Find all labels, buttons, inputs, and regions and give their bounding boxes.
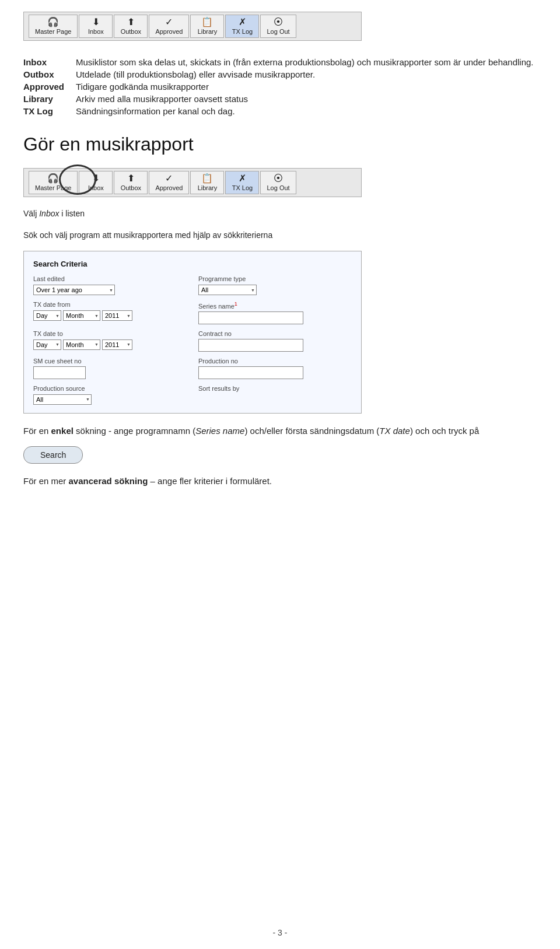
- headphones-icon: 🎧: [47, 17, 59, 27]
- nav-inbox[interactable]: ⬇ Inbox: [79, 15, 113, 38]
- nav2-outbox-arrow-icon: ⬆: [127, 174, 135, 183]
- control-production-no: [198, 366, 352, 379]
- select-wrapper-tx-from-year: 2011: [102, 310, 132, 321]
- nav-bar-2-wrapper: 🎧 Master Page ⬇ Inbox ⬆ Outbox ✓ Approve…: [23, 168, 362, 197]
- page-footer: - 3 -: [0, 928, 560, 937]
- nav2-approved[interactable]: ✓ Approved: [149, 171, 189, 194]
- para-simple-search: För en enkel sökning - ange programnamn …: [23, 424, 537, 438]
- desc-row-inbox: Inbox Musiklistor som ska delas ut, skic…: [23, 57, 537, 67]
- select-tx-from-year[interactable]: 2011: [102, 310, 132, 321]
- label-sm-cue-sheet-no: SM cue sheet no: [33, 358, 187, 365]
- input-sm-cue-sheet-no[interactable]: [33, 366, 86, 379]
- select-production-source[interactable]: All External Internal: [33, 394, 92, 405]
- form-grid: Last edited Over 1 year ago Last week La…: [33, 275, 352, 405]
- label-production-source: Production source: [33, 385, 187, 392]
- field-sm-cue-sheet-no: SM cue sheet no: [33, 358, 187, 379]
- desc-label-txlog: TX Log: [23, 106, 76, 116]
- label-contract-no: Contract no: [198, 330, 352, 337]
- nav2-logout[interactable]: ⦿ Log Out: [260, 171, 296, 194]
- nav-approved[interactable]: ✓ Approved: [149, 15, 189, 38]
- checkmark-icon: ✓: [165, 17, 173, 27]
- section-heading: Gör en musikrapport: [23, 134, 537, 155]
- field-series-name: Series name1: [198, 301, 352, 324]
- select-wrapper-tx-to-year: 2011: [102, 339, 132, 350]
- desc-text-library: Arkiv med alla musikrapporter oavsett st…: [76, 94, 537, 104]
- control-last-edited: Over 1 year ago Last week Last month Las…: [33, 284, 187, 295]
- desc-row-outbox: Outbox Utdelade (till produktionsbolag) …: [23, 69, 537, 79]
- nav2-headphones-icon: 🎧: [47, 174, 59, 183]
- instruction-text-1: Välj Inbox i listen: [23, 208, 537, 220]
- desc-label-outbox: Outbox: [23, 69, 76, 79]
- select-wrapper-production-source: All External Internal: [33, 394, 92, 405]
- field-contract-no: Contract no: [198, 330, 352, 352]
- field-production-no: Production no: [198, 358, 352, 379]
- field-production-source: Production source All External Internal: [33, 385, 187, 405]
- input-contract-no[interactable]: [198, 339, 303, 352]
- nav2-master-page[interactable]: 🎧 Master Page: [29, 171, 78, 194]
- txlog-icon: ✗: [239, 17, 246, 27]
- select-tx-to-year[interactable]: 2011: [102, 339, 132, 350]
- select-wrapper-tx-from-month: Month: [63, 310, 100, 321]
- field-tx-date-from: TX date from Day Month 2011: [33, 301, 187, 324]
- desc-label-inbox: Inbox: [23, 57, 76, 67]
- desc-row-library: Library Arkiv med alla musikrapporter oa…: [23, 94, 537, 104]
- control-series-name: [198, 311, 352, 324]
- form-title: Search Criteria: [33, 260, 352, 268]
- nav2-txlog-icon: ✗: [239, 174, 246, 183]
- desc-text-outbox: Utdelade (till produktionsbolag) eller a…: [76, 69, 537, 79]
- para-advanced-search: För en mer avancerad sökning – ange fler…: [23, 474, 537, 488]
- control-tx-date-from: Day Month 2011: [33, 310, 187, 321]
- select-programme-type[interactable]: All Radio TV: [198, 285, 257, 295]
- field-programme-type: Programme type All Radio TV: [198, 275, 352, 295]
- label-last-edited: Last edited: [33, 275, 187, 282]
- label-sort-results-by: Sort results by: [198, 385, 352, 392]
- select-wrapper-last-edited: Over 1 year ago Last week Last month Las…: [33, 284, 115, 295]
- search-form: Search Criteria Last edited Over 1 year …: [23, 251, 362, 414]
- select-wrapper-tx-from-day: Day: [33, 310, 61, 321]
- nav-txlog[interactable]: ✗ TX Log: [225, 15, 259, 38]
- select-wrapper-tx-to-month: Month: [63, 339, 100, 350]
- top-nav-bar: 🎧 Master Page ⬇ Inbox ⬆ Outbox ✓ Approve…: [23, 12, 362, 41]
- nav-bar-2: 🎧 Master Page ⬇ Inbox ⬆ Outbox ✓ Approve…: [23, 168, 362, 197]
- control-sm-cue-sheet-no: [33, 366, 187, 379]
- select-wrapper-programme-type: All Radio TV: [198, 284, 257, 295]
- select-tx-to-month[interactable]: Month: [63, 339, 100, 350]
- desc-text-inbox: Musiklistor som ska delas ut, skickats i…: [76, 57, 537, 67]
- nav-outbox[interactable]: ⬆ Outbox: [114, 15, 148, 38]
- desc-row-approved: Approved Tidigare godkända musikrapporte…: [23, 82, 537, 92]
- desc-label-library: Library: [23, 94, 76, 104]
- select-tx-from-day[interactable]: Day: [33, 310, 61, 321]
- nav2-inbox-arrow-icon: ⬇: [92, 174, 100, 183]
- field-last-edited: Last edited Over 1 year ago Last week La…: [33, 275, 187, 295]
- search-button[interactable]: Search: [23, 446, 83, 464]
- field-tx-date-to: TX date to Day Month 2011: [33, 330, 187, 352]
- nav2-checkmark-icon: ✓: [165, 174, 173, 183]
- control-programme-type: All Radio TV: [198, 284, 352, 295]
- inbox-arrow-icon: ⬇: [92, 17, 100, 27]
- nav-logout[interactable]: ⦿ Log Out: [260, 15, 296, 38]
- label-tx-date-to: TX date to: [33, 330, 187, 337]
- control-tx-date-to: Day Month 2011: [33, 339, 187, 350]
- desc-label-approved: Approved: [23, 82, 76, 92]
- nav2-logout-icon: ⦿: [274, 174, 283, 183]
- select-tx-to-day[interactable]: Day: [33, 339, 61, 350]
- select-tx-from-month[interactable]: Month: [63, 310, 100, 321]
- control-production-source: All External Internal: [33, 394, 187, 405]
- description-table: Inbox Musiklistor som ska delas ut, skic…: [23, 57, 537, 116]
- label-production-no: Production no: [198, 358, 352, 365]
- nav2-library-icon: 📋: [201, 174, 213, 183]
- nav-master-page[interactable]: 🎧 Master Page: [29, 15, 78, 38]
- select-wrapper-tx-to-day: Day: [33, 339, 61, 350]
- nav2-library[interactable]: 📋 Library: [190, 171, 224, 194]
- input-production-no[interactable]: [198, 366, 303, 379]
- instruction-text-2: Sök och välj program att musikrapportera…: [23, 229, 537, 241]
- select-last-edited[interactable]: Over 1 year ago Last week Last month Las…: [33, 285, 115, 295]
- nav2-txlog[interactable]: ✗ TX Log: [225, 171, 259, 194]
- nav2-inbox[interactable]: ⬇ Inbox: [79, 171, 113, 194]
- search-button-wrapper: Search: [23, 446, 537, 464]
- desc-text-approved: Tidigare godkända musikrapporter: [76, 82, 537, 92]
- nav-library[interactable]: 📋 Library: [190, 15, 224, 38]
- nav2-outbox[interactable]: ⬆ Outbox: [114, 171, 148, 194]
- input-series-name[interactable]: [198, 311, 303, 324]
- library-icon: 📋: [201, 17, 213, 27]
